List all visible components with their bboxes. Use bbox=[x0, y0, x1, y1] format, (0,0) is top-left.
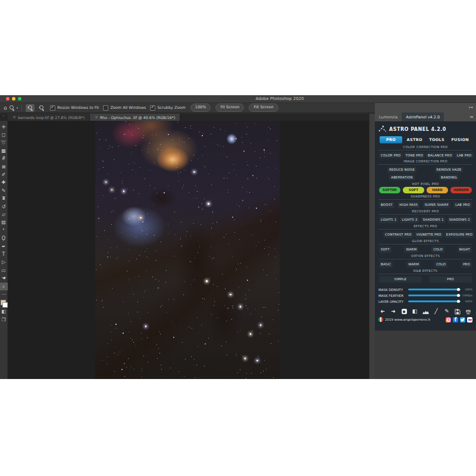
zoom-percent-button[interactable]: 100% bbox=[190, 104, 211, 111]
marquee-tool-icon[interactable]: ◻ bbox=[0, 131, 8, 139]
clone-stamp-tool-icon[interactable]: ♜ bbox=[0, 195, 8, 203]
slider-track[interactable] bbox=[408, 289, 461, 290]
dnb-simple-button[interactable]: SIMPLE bbox=[379, 276, 422, 282]
close-icon[interactable]: × bbox=[12, 115, 16, 120]
flickr-icon[interactable] bbox=[467, 317, 472, 322]
panel-tab-astropanel[interactable]: AstroPanel v4.2.0 bbox=[402, 112, 444, 121]
home-icon[interactable]: ⌂ bbox=[4, 105, 7, 111]
eraser-tool-icon[interactable]: ▱ bbox=[0, 211, 8, 218]
super-sharp-button[interactable]: SUPER SHARP bbox=[423, 202, 450, 208]
screen-mode-icon[interactable]: ❐ bbox=[0, 316, 8, 324]
orton-basic-button[interactable]: BASIC bbox=[379, 261, 393, 267]
color-swatches[interactable] bbox=[0, 300, 8, 308]
hard-button[interactable]: HARD bbox=[427, 187, 448, 193]
mask-feather-slider[interactable]: MASK FEATHER 1000px bbox=[378, 293, 472, 299]
close-window-button[interactable] bbox=[6, 97, 10, 101]
pen-icon[interactable]: ✎ bbox=[443, 308, 450, 315]
high-pass-button[interactable]: HIGH PASS bbox=[397, 202, 419, 208]
instagram-icon[interactable] bbox=[446, 317, 451, 322]
brush-tool-icon[interactable]: ✎ bbox=[0, 187, 8, 195]
tab-fusion[interactable]: FUSION bbox=[449, 136, 471, 143]
panel-tab-lumenzia[interactable]: Lumenzia bbox=[375, 112, 402, 121]
zoom-tool-icon[interactable] bbox=[10, 105, 14, 110]
harder-button[interactable]: HARDER bbox=[450, 187, 472, 193]
undo-icon[interactable]: ➜ bbox=[379, 308, 386, 315]
zoom-in-button[interactable]: + bbox=[26, 104, 35, 112]
orton-pro-button[interactable]: PRO bbox=[461, 261, 472, 267]
softer-button[interactable]: SOFTER bbox=[379, 187, 400, 193]
lab-pro-button[interactable]: LAB PRO bbox=[455, 152, 474, 158]
lights-1-button[interactable]: LIGHTS 1 bbox=[379, 217, 398, 223]
brush-icon[interactable]: ╱ bbox=[433, 308, 440, 315]
path-selection-tool-icon[interactable]: ▷ bbox=[0, 259, 8, 267]
save-icon[interactable] bbox=[454, 308, 461, 315]
tab-pro[interactable]: PRO bbox=[380, 136, 402, 143]
fullscreen-window-button[interactable] bbox=[18, 97, 21, 101]
glow-warm-button[interactable]: WARM bbox=[404, 246, 418, 252]
shadows-1-button[interactable]: SHADOWS 1 bbox=[421, 217, 446, 223]
panel-menu-icon[interactable]: ≡ bbox=[469, 114, 476, 120]
object-selection-tool-icon[interactable]: ▩ bbox=[0, 147, 8, 155]
lights-2-button[interactable]: LIGHTS 2 bbox=[400, 217, 419, 223]
resize-windows-checkbox[interactable]: Resize Windows to Fit bbox=[50, 105, 99, 111]
type-tool-icon[interactable]: T bbox=[0, 250, 8, 258]
glow-soft-button[interactable]: SOFT bbox=[379, 246, 392, 252]
lab-pro-sharp-button[interactable]: LAB PRO bbox=[453, 202, 472, 208]
tab-tools[interactable]: TOOLS bbox=[427, 136, 447, 143]
glow-cold-button[interactable]: COLD bbox=[431, 246, 444, 252]
gradient-tool-icon[interactable]: ▨ bbox=[0, 219, 8, 227]
slider-track[interactable] bbox=[408, 300, 461, 302]
facebook-icon[interactable]: f bbox=[453, 317, 458, 322]
frame-tool-icon[interactable]: ⊠ bbox=[0, 163, 8, 171]
slider-thumb[interactable] bbox=[457, 300, 460, 303]
slider-thumb[interactable] bbox=[457, 294, 460, 297]
mask-icon[interactable] bbox=[400, 308, 408, 315]
healing-brush-tool-icon[interactable]: ✚ bbox=[0, 179, 8, 187]
document-tab-bernards-loop[interactable]: × bernards loop.tif @ 27.8% (RGB/8*) bbox=[8, 114, 90, 121]
fit-screen-button[interactable]: Fit Screen bbox=[215, 104, 244, 111]
aberration-button[interactable]: ABERRATION bbox=[389, 174, 415, 180]
tone-pro-button[interactable]: TONE PRO bbox=[404, 152, 425, 158]
lasso-tool-icon[interactable]: ➰ bbox=[0, 139, 8, 147]
reduce-noise-button[interactable]: REDUCE NOISE bbox=[387, 167, 416, 173]
zoom-tool-icon[interactable]: ⌕ bbox=[0, 283, 8, 290]
more-tools-icon[interactable]: ⋯ bbox=[0, 290, 8, 298]
document-tab-rho-ophiuchus[interactable]: × Rho - Ophiuchus .tif @ 49.6% (RGB/16*) bbox=[90, 114, 180, 121]
pen-tool-icon[interactable]: ✒ bbox=[0, 243, 8, 250]
banding-button[interactable]: BANDING bbox=[439, 174, 459, 180]
orton-cold-button[interactable]: COLD bbox=[434, 261, 447, 267]
mask-density-slider[interactable]: MASK DENSITY 100% bbox=[378, 287, 472, 293]
dodge-tool-icon[interactable]: Ϙ bbox=[0, 234, 8, 242]
slider-thumb[interactable] bbox=[457, 288, 460, 291]
scale-icon[interactable] bbox=[465, 308, 472, 315]
tab-astro[interactable]: ASTRO bbox=[405, 136, 425, 143]
crop-tool-icon[interactable]: # bbox=[0, 155, 8, 163]
background-color-swatch[interactable] bbox=[2, 302, 8, 308]
levels-icon[interactable]: ◧ bbox=[411, 308, 418, 315]
contrast-pro-button[interactable]: CONTRAST PRO bbox=[383, 231, 414, 237]
canvas-area[interactable] bbox=[8, 121, 369, 379]
histogram-icon[interactable] bbox=[422, 308, 429, 315]
eyedropper-tool-icon[interactable]: ✐ bbox=[0, 171, 8, 178]
layer-opacity-slider[interactable]: LAYER OPACITY 100% bbox=[378, 299, 472, 305]
move-tool-icon[interactable]: ✛ bbox=[0, 123, 8, 131]
hand-tool-icon[interactable]: ☚ bbox=[0, 274, 8, 282]
collapse-panels-icon[interactable]: ↦ bbox=[469, 105, 473, 110]
color-pro-button[interactable]: COLOR PRO bbox=[379, 152, 403, 158]
zoom-out-button[interactable]: − bbox=[37, 104, 46, 112]
soft-button[interactable]: SOFT bbox=[403, 187, 424, 193]
fill-screen-button[interactable]: Fill Screen bbox=[249, 104, 278, 111]
remove-haze-button[interactable]: REMOVE HAZE bbox=[435, 167, 464, 173]
close-icon[interactable]: × bbox=[95, 115, 98, 120]
orton-warm-button[interactable]: WARM bbox=[406, 261, 421, 267]
astro-image[interactable] bbox=[95, 121, 280, 379]
boost-button[interactable]: BOOST bbox=[379, 202, 394, 208]
twitter-icon[interactable] bbox=[460, 317, 465, 322]
balance-pro-button[interactable]: BALANCE PRO bbox=[426, 152, 454, 158]
blur-tool-icon[interactable]: ❜ bbox=[0, 227, 8, 234]
minimize-window-button[interactable] bbox=[12, 97, 15, 101]
glow-night-button[interactable]: NIGHT bbox=[458, 246, 472, 252]
shape-tool-icon[interactable]: ▭ bbox=[0, 267, 8, 274]
zoom-all-windows-checkbox[interactable]: Zoom All Windows bbox=[103, 105, 146, 111]
scrubby-zoom-checkbox[interactable]: Scrubby Zoom bbox=[150, 105, 185, 111]
